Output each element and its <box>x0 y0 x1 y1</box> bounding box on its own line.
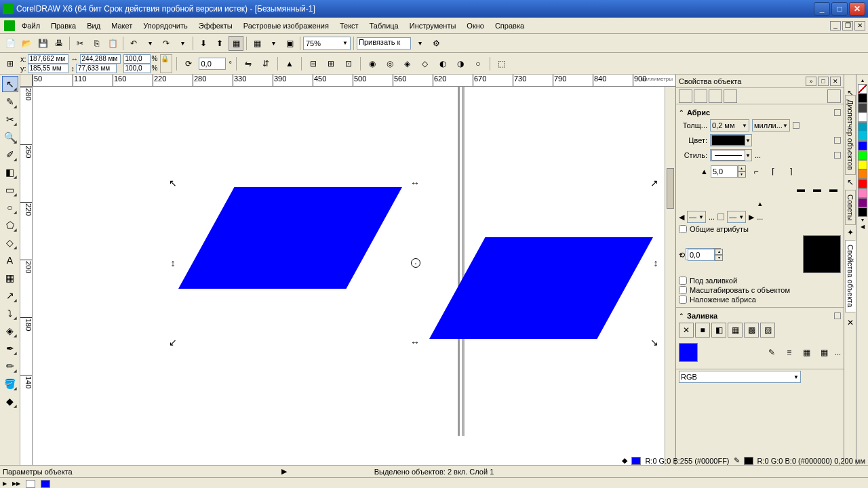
paste-button[interactable]: 📋 <box>105 36 120 51</box>
status-nav1[interactable]: ▶ <box>3 481 7 487</box>
align-button[interactable]: ⊟ <box>306 56 321 71</box>
scale-with-object-checkbox[interactable] <box>679 286 687 294</box>
zoom-tool[interactable]: 🔍◢ <box>2 129 18 145</box>
crop-tool[interactable]: ✂◢ <box>2 111 18 127</box>
maximize-button[interactable]: □ <box>831 2 848 16</box>
interactive-tool[interactable]: ◈◢ <box>2 323 18 339</box>
table-tool[interactable]: ▦ <box>2 270 18 286</box>
style-more[interactable]: ... <box>755 151 761 159</box>
app-menu-icon[interactable] <box>3 19 16 33</box>
rotate-handle-tr[interactable]: ↗ <box>650 178 659 188</box>
swatch[interactable] <box>858 150 867 160</box>
skew-handle-t[interactable]: ↔ <box>410 178 420 188</box>
menu-bitmaps[interactable]: Растровые изображения <box>238 20 334 31</box>
docker-collapse[interactable]: » <box>806 77 816 86</box>
text-tool[interactable]: A <box>2 252 18 268</box>
overprint-checkbox[interactable] <box>679 296 687 304</box>
status-fill-indicator[interactable] <box>631 457 641 465</box>
skew-handle-b[interactable]: ↔ <box>410 338 420 347</box>
menu-tools[interactable]: Инструменты <box>404 20 462 31</box>
menu-window[interactable]: Окно <box>461 20 490 31</box>
minimize-button[interactable]: _ <box>814 2 830 16</box>
ruler-corner[interactable] <box>20 75 33 87</box>
menu-edit[interactable]: Правка <box>45 20 81 31</box>
color-palette-icon[interactable]: ▦ <box>817 345 832 360</box>
ellipse-tool[interactable]: ○◢ <box>2 199 18 216</box>
thickness-combo[interactable]: 0,2 мм▼ <box>710 119 749 131</box>
rectangle-tool[interactable]: ▭◢ <box>2 182 18 198</box>
simplify-button[interactable]: ◇ <box>418 56 433 71</box>
app-launcher-dropdown[interactable]: ▾ <box>266 36 281 51</box>
rotation-center[interactable] <box>411 258 420 268</box>
fill-none[interactable]: ✕ <box>679 323 694 338</box>
h-input[interactable] <box>76 64 117 73</box>
swatch[interactable] <box>858 160 867 169</box>
docker-undock[interactable]: □ <box>818 77 829 86</box>
swatch[interactable] <box>858 188 867 198</box>
units-combo[interactable]: милли...▼ <box>752 119 790 131</box>
fill-uniform[interactable]: ■ <box>695 323 710 338</box>
mirror-v-button[interactable]: ⇵ <box>258 56 273 71</box>
skew-handle-r[interactable]: ↕ <box>651 258 660 268</box>
scaley-input[interactable] <box>123 64 151 73</box>
wrap-text-button[interactable]: ⬚ <box>494 56 509 71</box>
arrow-end-combo[interactable]: —▼ <box>727 211 746 223</box>
chevron-icon[interactable]: ⌃ <box>679 109 684 116</box>
color-sliders-icon[interactable]: ≡ <box>782 345 797 360</box>
docker-close[interactable]: ✕ <box>830 77 841 86</box>
docker-tab-fill[interactable] <box>694 89 707 103</box>
sidetab-object-props[interactable]: Свойства объекта <box>845 240 856 312</box>
menu-effects[interactable]: Эффекты <box>193 20 238 31</box>
palette-flyout[interactable]: ◀ <box>858 224 867 230</box>
outline-tool[interactable]: ✏◢ <box>2 358 18 374</box>
props-icon[interactable]: ✦ <box>847 228 854 237</box>
palette-up[interactable]: ▴ <box>858 77 867 84</box>
menu-help[interactable]: Справка <box>490 20 530 31</box>
snap-combo[interactable]: Привязать к <box>357 37 411 49</box>
chevron-icon[interactable]: ⌃ <box>679 312 684 319</box>
lock-ratio-button[interactable]: 🔒 <box>160 54 172 73</box>
rotate-handle-bl[interactable]: ↙ <box>168 338 178 347</box>
ruler-horizontal[interactable]: миллиметры 50110160220280330390450500560… <box>33 75 675 87</box>
close-button[interactable]: ✕ <box>849 2 865 16</box>
scalex-input[interactable] <box>123 54 151 64</box>
mirror-h-button[interactable]: ⇋ <box>241 56 256 71</box>
swatch[interactable] <box>858 131 867 141</box>
ruler-vertical[interactable]: 280260220200180140 <box>20 87 33 465</box>
swatch[interactable] <box>858 198 867 207</box>
fill-tool[interactable]: 🪣◢ <box>2 375 18 392</box>
x-input[interactable] <box>28 54 68 64</box>
polygon-tool[interactable]: ⬠◢ <box>2 217 18 233</box>
print-button[interactable]: 🖶 <box>52 36 66 51</box>
undo-button[interactable]: ↶ <box>126 36 141 51</box>
palette-down[interactable]: ▾ <box>858 217 867 224</box>
mdi-minimize[interactable]: _ <box>830 21 841 30</box>
boundary-button[interactable]: ○ <box>471 56 486 71</box>
swatch[interactable] <box>858 169 867 179</box>
to-front-button[interactable]: ▲ <box>282 56 297 71</box>
corner-1[interactable]: ⌐ <box>749 164 764 179</box>
y-input[interactable] <box>28 64 68 73</box>
behind-fill-checkbox[interactable] <box>679 277 687 285</box>
swatch[interactable] <box>858 141 867 150</box>
eyedropper-tool[interactable]: ✒◢ <box>2 340 18 357</box>
menu-view[interactable]: Вид <box>81 20 106 31</box>
canvas[interactable]: ↖ ↔ ↗ ↕ ↕ ↙ ↔ ↘ <box>33 87 665 465</box>
menu-file[interactable]: Файл <box>16 20 45 31</box>
menu-text[interactable]: Текст <box>334 20 364 31</box>
hints-icon[interactable]: ↖ <box>847 178 854 187</box>
freehand-tool[interactable]: ✐◢ <box>2 146 18 163</box>
back-minus-front[interactable]: ◑ <box>453 56 468 71</box>
cap-1[interactable]: ▬ <box>793 182 808 197</box>
w-input[interactable] <box>80 54 121 64</box>
color-mode-combo[interactable]: RGB▼ <box>679 371 801 383</box>
dimension-tool[interactable]: ↗◢ <box>2 287 18 304</box>
fill-texture[interactable]: ▩ <box>744 323 759 338</box>
docker-tab-more[interactable] <box>827 89 841 103</box>
snap-dropdown[interactable]: ▾ <box>412 36 427 51</box>
hints-icon[interactable]: ↖ <box>847 88 854 92</box>
shared-attrs-checkbox[interactable] <box>679 225 687 233</box>
miter-input[interactable]: ▴▾ <box>711 165 746 178</box>
outline-color-picker[interactable]: ▼ <box>710 134 752 146</box>
status-fill-swatch[interactable] <box>41 480 50 488</box>
